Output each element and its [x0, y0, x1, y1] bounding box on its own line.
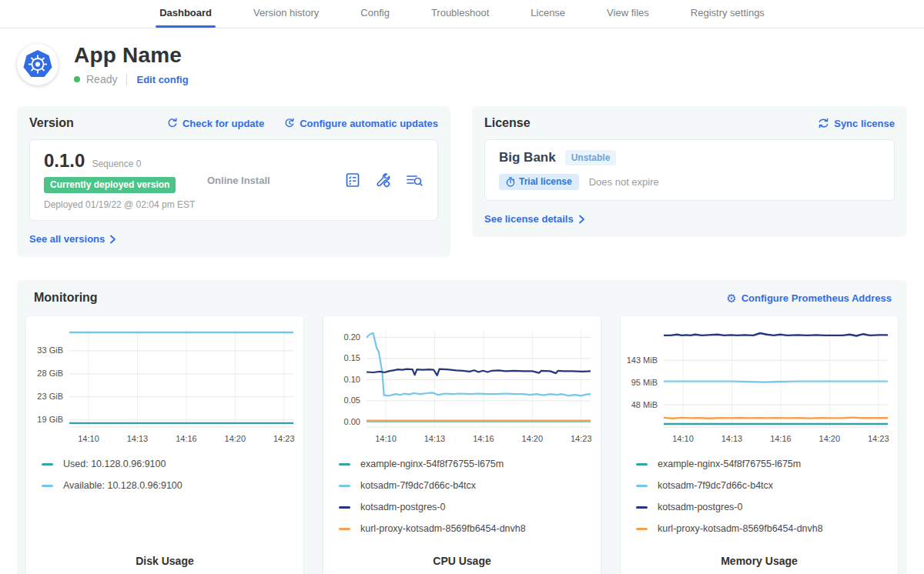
tab-troubleshoot[interactable]: Troubleshoot	[410, 0, 510, 28]
sequence-label: Sequence 0	[92, 159, 141, 169]
config-wrench-icon[interactable]	[374, 172, 392, 189]
deploy-logs-icon[interactable]	[405, 172, 424, 189]
monitoring-title: Monitoring	[34, 291, 98, 305]
legend-item: Used: 10.128.0.96:9100	[42, 459, 297, 469]
tab-license[interactable]: License	[510, 0, 586, 28]
license-name: Big Bank	[499, 150, 556, 165]
legend-item: kotsadm-postgres-0	[636, 502, 892, 512]
svg-text:14:20: 14:20	[225, 434, 246, 443]
memory-usage-legend: example-nginx-54f8f76755-l675mkotsadm-7f…	[636, 459, 892, 534]
top-navigation: DashboardVersion historyConfigTroublesho…	[0, 0, 924, 28]
svg-text:0.05: 0.05	[344, 395, 360, 405]
legend-label: Used: 10.128.0.96:9100	[63, 459, 166, 469]
version-card: Version Check for update Configure autom…	[17, 106, 450, 257]
legend-label: kurl-proxy-kotsadm-8569fb6454-dnvh8	[360, 523, 526, 534]
chart-title: CPU Usage	[330, 555, 594, 570]
svg-text:19 GiB: 19 GiB	[37, 415, 63, 424]
license-card: License Sync license Big Bank Unstable T…	[472, 106, 907, 237]
page-title: App Name	[74, 43, 189, 68]
legend-label: kotsadm-7f9dc7d66c-b4tcx	[360, 480, 476, 491]
legend-label: kotsadm-postgres-0	[658, 502, 742, 512]
legend-color-dash	[636, 506, 648, 509]
svg-text:14:23: 14:23	[571, 434, 592, 443]
gear-icon: ⚙	[726, 292, 736, 304]
tab-config[interactable]: Config	[340, 0, 410, 28]
chart-title: Memory Usage	[627, 555, 892, 570]
tab-version-history[interactable]: Version history	[233, 0, 340, 28]
app-header: App Name Ready Edit config	[17, 43, 906, 85]
svg-text:0.00: 0.00	[344, 417, 360, 426]
cpu-usage-chart: 0.200.150.100.050.0014:1014:1314:1614:20…	[330, 324, 594, 447]
legend-label: Available: 10.128.0.96:9100	[63, 480, 182, 491]
sync-license-link[interactable]: Sync license	[818, 118, 895, 129]
legend-item: Available: 10.128.0.96:9100	[42, 480, 297, 491]
cpu-usage-chart-card: 0.200.150.100.050.0014:1014:1314:1614:20…	[323, 316, 601, 574]
svg-text:33 GiB: 33 GiB	[37, 345, 63, 355]
disk-usage-chart-card: 33 GiB28 GiB23 GiB19 GiB14:1014:1314:161…	[26, 316, 303, 574]
svg-text:14:10: 14:10	[78, 434, 99, 443]
legend-item: example-nginx-54f8f76755-l675m	[339, 459, 594, 469]
install-type-label: Online Install	[207, 175, 270, 186]
legend-item: example-nginx-54f8f76755-l675m	[636, 459, 892, 469]
legend-color-dash	[339, 463, 350, 466]
chart-title: Disk Usage	[32, 555, 297, 570]
svg-text:14:10: 14:10	[672, 434, 694, 443]
chevron-right-icon	[578, 215, 585, 224]
see-all-versions-link[interactable]: See all versions	[29, 233, 116, 245]
svg-text:95 MiB: 95 MiB	[631, 378, 658, 387]
channel-badge: Unstable	[565, 150, 617, 165]
svg-text:14:10: 14:10	[375, 434, 397, 443]
check-for-update-link[interactable]: Check for update	[167, 118, 264, 129]
license-card-title: License	[484, 116, 531, 130]
legend-color-dash	[636, 463, 648, 466]
legend-item: kotsadm-postgres-0	[339, 502, 594, 512]
svg-text:143 MiB: 143 MiB	[627, 355, 658, 365]
tab-registry-settings[interactable]: Registry settings	[670, 0, 785, 28]
version-number: 0.1.0	[44, 150, 85, 172]
divider	[126, 74, 127, 85]
legend-item: kotsadm-7f9dc7d66c-b4tcx	[339, 480, 594, 491]
tab-dashboard[interactable]: Dashboard	[139, 0, 233, 28]
sync-icon	[818, 118, 829, 128]
edit-config-link[interactable]: Edit config	[136, 74, 188, 85]
kubernetes-logo-icon	[17, 44, 59, 85]
svg-text:14:13: 14:13	[721, 434, 743, 443]
legend-label: example-nginx-54f8f76755-l675m	[658, 459, 801, 469]
svg-text:14:16: 14:16	[770, 434, 792, 443]
refresh-icon	[167, 118, 178, 128]
legend-label: kurl-proxy-kotsadm-8569fb6454-dnvh8	[658, 523, 823, 534]
status-dot	[74, 76, 80, 82]
svg-text:14:20: 14:20	[522, 434, 544, 443]
disk-usage-legend: Used: 10.128.0.96:9100Available: 10.128.…	[42, 459, 297, 491]
legend-item: kurl-proxy-kotsadm-8569fb6454-dnvh8	[339, 523, 594, 534]
chevron-right-icon	[109, 235, 116, 244]
configure-prometheus-link[interactable]: ⚙ Configure Prometheus Address	[726, 292, 892, 304]
see-license-details-link[interactable]: See license details	[484, 213, 585, 225]
stopwatch-icon	[506, 177, 515, 187]
disk-usage-chart: 33 GiB28 GiB23 GiB19 GiB14:1014:1314:161…	[32, 324, 297, 447]
legend-color-dash	[339, 485, 350, 487]
legend-label: kotsadm-postgres-0	[360, 502, 445, 512]
tab-view-files[interactable]: View files	[586, 0, 670, 28]
preflight-checks-icon[interactable]	[344, 172, 361, 189]
legend-label: example-nginx-54f8f76755-l675m	[360, 459, 504, 469]
status-text: Ready	[86, 73, 117, 85]
legend-color-dash	[636, 485, 648, 487]
version-card-title: Version	[29, 116, 74, 130]
configure-automatic-updates-link[interactable]: Configure automatic updates	[284, 118, 438, 129]
currently-deployed-badge: Currently deployed version	[44, 177, 176, 193]
svg-text:14:23: 14:23	[868, 434, 889, 443]
svg-text:48 MiB: 48 MiB	[631, 400, 658, 409]
legend-color-dash	[42, 485, 53, 487]
legend-color-dash	[42, 463, 53, 466]
svg-text:14:13: 14:13	[127, 434, 149, 443]
cpu-usage-legend: example-nginx-54f8f76755-l675mkotsadm-7f…	[339, 459, 594, 534]
legend-item: kurl-proxy-kotsadm-8569fb6454-dnvh8	[636, 523, 892, 534]
license-expiry: Does not expire	[589, 176, 659, 188]
svg-text:0.20: 0.20	[344, 332, 360, 342]
svg-text:14:16: 14:16	[176, 434, 197, 443]
svg-text:0.15: 0.15	[344, 353, 360, 362]
legend-color-dash	[339, 506, 350, 509]
svg-text:0.10: 0.10	[344, 375, 360, 384]
trial-license-badge: Trial license	[499, 174, 579, 190]
